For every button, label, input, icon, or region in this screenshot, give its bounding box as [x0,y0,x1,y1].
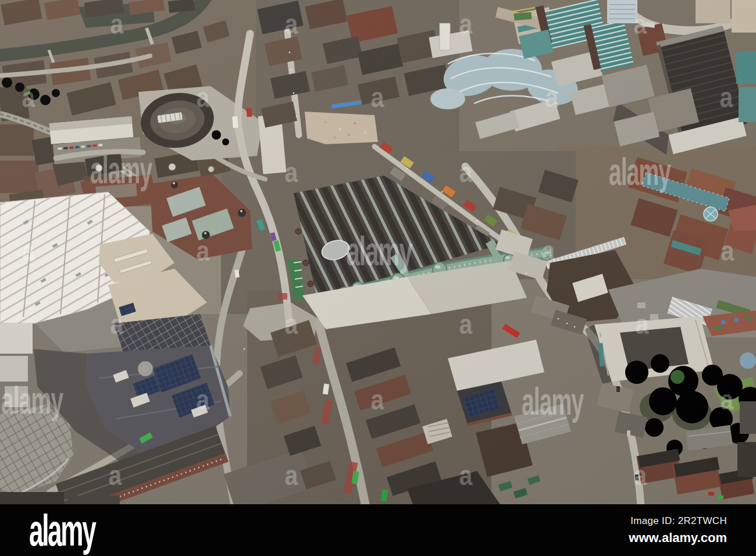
footer-meta: Image ID: 2R2TWCH www.alamy.com [629,515,727,546]
image-id-line: Image ID: 2R2TWCH [629,515,727,527]
photo-vignette [0,0,756,504]
alamy-stock-photo-page: alamyalamyalamyalamyalamyaaaaaaaaaaaaaaa… [0,0,756,556]
image-id-value: 2R2TWCH [678,515,727,526]
aerial-photo: alamyalamyalamyalamyalamyaaaaaaaaaaaaaaa… [0,0,756,504]
alamy-footer-bar: alamy Image ID: 2R2TWCH www.alamy.com [0,504,756,556]
alamy-website-url: www.alamy.com [629,530,727,546]
aerial-photo-scene [0,0,756,504]
alamy-logo: alamy [29,508,95,553]
image-id-label: Image ID: [630,515,675,526]
